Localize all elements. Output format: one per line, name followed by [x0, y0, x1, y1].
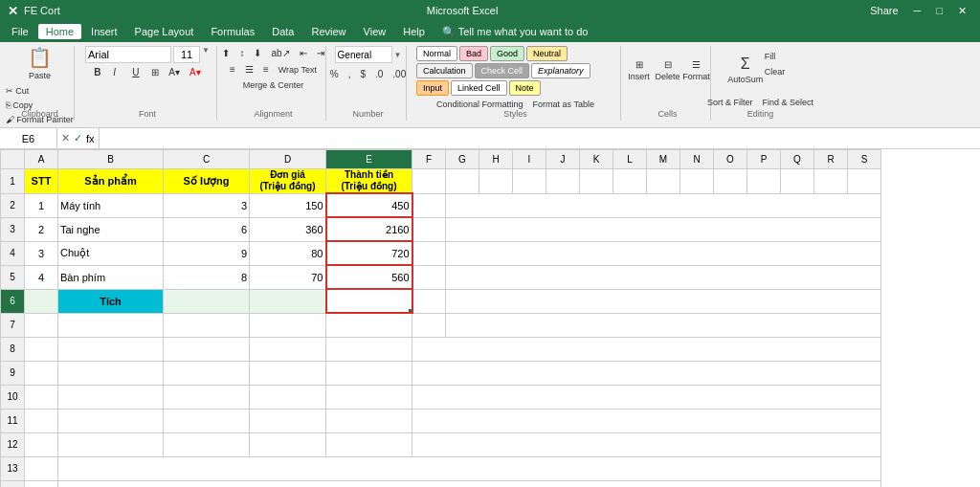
cell-G1[interactable] [446, 169, 479, 194]
cell-A8[interactable] [25, 337, 58, 361]
col-header-I[interactable]: I [513, 150, 546, 169]
cell-J1[interactable] [546, 169, 580, 194]
row-header-4[interactable]: 4 [1, 241, 25, 265]
comma-button[interactable]: , [345, 67, 355, 81]
cell-B6[interactable]: Tích [58, 289, 164, 313]
align-center-button[interactable]: ☰ [241, 62, 257, 77]
cell-E9[interactable] [326, 361, 412, 385]
number-format-input[interactable] [335, 46, 392, 63]
find-select-button[interactable]: Find & Select [759, 96, 818, 109]
align-middle-button[interactable]: ↕ [235, 46, 248, 60]
cell-K1[interactable] [580, 169, 613, 194]
cell-E2[interactable]: 450 [326, 193, 412, 217]
cell-C12[interactable] [164, 432, 250, 456]
format-cells-button[interactable]: ☰ Format [683, 46, 710, 94]
sort-filter-button[interactable]: Sort & Filter [703, 96, 757, 109]
cell-E4[interactable]: 720 [326, 241, 412, 265]
menu-insert[interactable]: Insert [83, 24, 125, 39]
cell-B4[interactable]: Chuột [58, 241, 164, 265]
grid-scroll[interactable]: A B C D E F G H I J K L M N O [0, 149, 980, 487]
font-size-input[interactable] [173, 46, 200, 63]
cancel-formula-icon[interactable]: ✕ [61, 132, 70, 144]
cell-C5[interactable]: 8 [164, 265, 250, 289]
share-button[interactable]: Share [864, 3, 903, 19]
font-name-input[interactable] [85, 46, 171, 63]
cell-A9[interactable] [25, 361, 58, 385]
number-format-dropdown[interactable]: ▼ [394, 51, 402, 59]
cell-M1[interactable] [647, 169, 680, 194]
cell-B1[interactable]: Sản phẩm [58, 169, 164, 194]
cell-C8[interactable] [164, 337, 250, 361]
delete-cells-button[interactable]: ⊟ Delete [655, 46, 681, 94]
cell-A7[interactable] [25, 313, 58, 337]
cell-D2[interactable]: 150 [250, 193, 326, 217]
menu-view[interactable]: View [356, 24, 394, 39]
cell-A11[interactable] [25, 409, 58, 432]
col-header-E[interactable]: E [326, 150, 412, 169]
cell-C6[interactable] [164, 289, 250, 313]
indent-increase-button[interactable]: ⇥ [313, 46, 328, 60]
cell-D4[interactable]: 80 [250, 241, 326, 265]
paste-button[interactable]: 📋 Paste [22, 46, 58, 80]
menu-review[interactable]: Review [303, 24, 353, 39]
cell-E5[interactable]: 560 [326, 265, 412, 289]
row-header-3[interactable]: 3 [1, 217, 25, 241]
cell-A6[interactable] [25, 289, 58, 313]
fill-button[interactable]: Fill [761, 50, 790, 63]
cell-C3[interactable]: 6 [164, 217, 250, 241]
style-check-cell[interactable]: Check Cell [475, 63, 530, 78]
cell-C7[interactable] [164, 313, 250, 337]
align-top-button[interactable]: ⬆ [218, 46, 234, 60]
cell-E8[interactable] [326, 337, 412, 361]
cell-F5[interactable] [412, 265, 446, 289]
menu-formulas[interactable]: Formulas [203, 24, 262, 39]
italic-button[interactable]: I [109, 65, 126, 79]
col-header-O[interactable]: O [714, 150, 747, 169]
fill-color-button[interactable]: A▾ [165, 65, 184, 79]
style-input[interactable]: Input [416, 80, 449, 96]
col-header-F[interactable]: F [412, 150, 446, 169]
cell-D1[interactable]: Đơn giá(Triệu đồng) [250, 169, 326, 194]
cell-D10[interactable] [250, 385, 326, 409]
cut-button[interactable]: ✂ Cut [2, 84, 78, 98]
row-header-12[interactable]: 12 [1, 432, 25, 456]
style-normal[interactable]: Normal [416, 46, 457, 61]
row-header-5[interactable]: 5 [1, 265, 25, 289]
increase-decimal-button[interactable]: .0 [371, 67, 387, 81]
menu-data[interactable]: Data [264, 24, 301, 39]
underline-button[interactable]: U [128, 65, 145, 79]
cell-A5[interactable]: 4 [25, 265, 58, 289]
col-header-D[interactable]: D [250, 150, 326, 169]
merge-center-button[interactable]: Merge & Center [239, 78, 308, 92]
row-header-10[interactable]: 10 [1, 385, 25, 409]
bold-button[interactable]: B [90, 65, 107, 79]
row-header-9[interactable]: 9 [1, 361, 25, 385]
cell-E1[interactable]: Thành tiền(Triệu đồng) [326, 169, 412, 194]
cell-D3[interactable]: 360 [250, 217, 326, 241]
align-right-button[interactable]: ≡ [259, 62, 273, 77]
cell-D7[interactable] [250, 313, 326, 337]
style-calculation[interactable]: Calculation [416, 63, 473, 78]
row-header-1[interactable]: 1 [1, 169, 25, 194]
cell-D11[interactable] [250, 409, 326, 432]
col-header-R[interactable]: R [814, 150, 848, 169]
clear-button[interactable]: Clear [761, 65, 790, 78]
cell-D8[interactable] [250, 337, 326, 361]
col-header-S[interactable]: S [848, 150, 881, 169]
col-header-Q[interactable]: Q [781, 150, 814, 169]
cell-C10[interactable] [164, 385, 250, 409]
autosum-button[interactable]: Σ AutoSum [732, 46, 759, 94]
style-good[interactable]: Good [490, 46, 524, 61]
cell-C11[interactable] [164, 409, 250, 432]
cell-B11[interactable] [58, 409, 164, 432]
cell-E10[interactable] [326, 385, 412, 409]
align-left-button[interactable]: ≡ [226, 62, 239, 77]
cell-C1[interactable]: Số lượng [164, 169, 250, 194]
col-header-A[interactable]: A [25, 150, 58, 169]
cell-E6[interactable] [326, 289, 412, 313]
percent-button[interactable]: % [326, 67, 343, 81]
cell-A3[interactable]: 2 [25, 217, 58, 241]
style-bad[interactable]: Bad [459, 46, 488, 61]
orientation-button[interactable]: ab↗ [267, 46, 293, 60]
cell-B12[interactable] [58, 432, 164, 456]
